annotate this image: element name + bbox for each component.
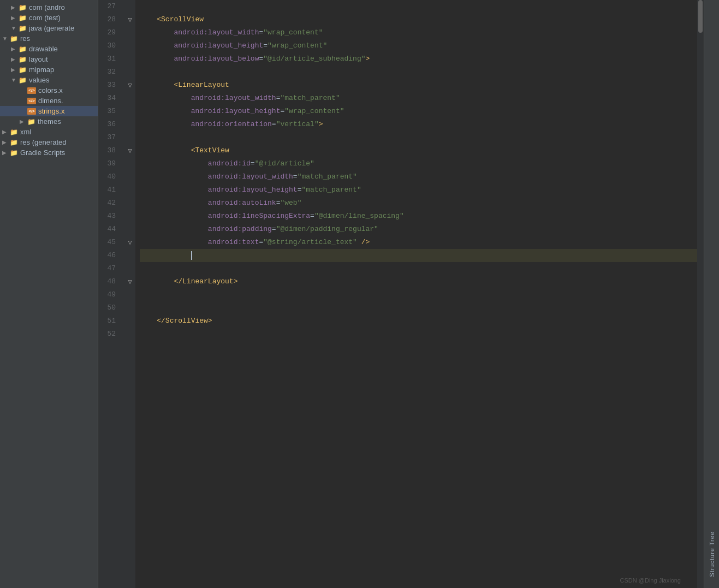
- scrollbar-track[interactable]: [697, 0, 704, 588]
- sidebar-item-label: xml: [20, 128, 31, 136]
- fold-marker-30: [124, 39, 135, 52]
- xml-punc: =: [276, 92, 281, 105]
- fold-marker-29: [124, 26, 135, 39]
- xml-val: "web": [280, 197, 301, 210]
- code-line-41: android:layout_height="match_parent": [140, 183, 704, 197]
- fold-marker-49: [124, 288, 135, 301]
- sidebar-item-strings[interactable]: </>strings.x: [0, 106, 98, 116]
- cursor-line-indent: [140, 249, 191, 262]
- xml-attr: android:autoLink: [208, 197, 276, 210]
- fold-marker-43: [124, 210, 135, 223]
- line-number-30: 30: [98, 39, 120, 52]
- line-number-34: 34: [98, 92, 120, 105]
- sidebar-item-layout[interactable]: ▶📁layout: [0, 54, 98, 64]
- sidebar-item-drawable[interactable]: ▶📁drawable: [0, 44, 98, 54]
- xml-bracket: <: [174, 79, 178, 92]
- sidebar-item-label: com (andro: [29, 3, 65, 11]
- fold-marker-48[interactable]: ▽: [124, 275, 135, 288]
- code-line-46: [140, 249, 704, 262]
- code-line-31: android:layout_below="@id/article_subhea…: [140, 52, 704, 66]
- sidebar-item-label: java (generate: [29, 24, 74, 32]
- sidebar-item-label: colors.x: [38, 86, 63, 94]
- xml-attr: android:layout_width: [174, 26, 259, 39]
- tree-arrow: ▶: [11, 56, 19, 62]
- sidebar-item-res-gen[interactable]: ▶📁res (generated: [0, 137, 98, 147]
- code-line-47: [140, 262, 704, 275]
- xml-bracket: >: [208, 314, 212, 328]
- fold-marker-36: [124, 118, 135, 131]
- xml-val: "vertical": [276, 118, 319, 131]
- line-number-39: 39: [98, 157, 120, 170]
- line-number-33: 33: [98, 79, 120, 92]
- tree-arrow: ▶: [11, 4, 19, 10]
- sidebar-item-label: res: [20, 34, 30, 43]
- xml-attr: android:layout_width: [208, 170, 293, 183]
- sidebar-item-mipmap[interactable]: ▶📁mipmap: [0, 64, 98, 75]
- sidebar-item-label: Gradle Scripts: [20, 149, 65, 157]
- fold-marker-38[interactable]: ▽: [124, 144, 135, 157]
- sidebar-item-java-gen[interactable]: ▼📁java (generate: [0, 23, 98, 33]
- xml-punc: =: [263, 39, 268, 52]
- line-number-44: 44: [98, 223, 120, 236]
- sidebar-item-colors[interactable]: </>colors.x: [0, 85, 98, 96]
- sidebar-item-com-test[interactable]: ▶📁com (test): [0, 13, 98, 23]
- xml-file-icon: </>: [27, 98, 36, 104]
- sidebar-item-label: dimens.: [38, 97, 63, 105]
- scrollbar-thumb[interactable]: [698, 0, 703, 33]
- code-line-32: [140, 66, 704, 79]
- code-line-33: <LinearLayout: [140, 79, 704, 92]
- code-line-49: [140, 288, 704, 301]
- code-line-27: [140, 0, 704, 13]
- folder-icon: 📁: [10, 128, 18, 136]
- xml-val: "@dimen/line_spacing": [314, 210, 404, 223]
- xml-element: ScrollView: [161, 13, 204, 26]
- code-line-38: <TextView: [140, 144, 704, 157]
- xml-attr: android:layout_below: [174, 52, 259, 66]
- line-number-27: 27: [98, 0, 120, 13]
- xml-attr: android:id: [208, 157, 251, 170]
- xml-attr: android:lineSpacingExtra: [208, 210, 310, 223]
- tree-arrow: ▼: [2, 35, 10, 41]
- xml-punc: =: [293, 170, 298, 183]
- xml-punc: =: [272, 118, 276, 131]
- xml-val: "match_parent": [298, 170, 357, 183]
- fold-marker-40: [124, 170, 135, 183]
- project-sidebar: ▶📁com (andro▶📁com (test)▼📁java (generate…: [0, 0, 98, 588]
- xml-punc: =: [280, 105, 284, 118]
- xml-val: "@string/article_text": [263, 236, 357, 249]
- xml-val: "match_parent": [301, 183, 361, 197]
- xml-punc: =: [251, 157, 255, 170]
- line-number-46: 46: [98, 249, 120, 262]
- sidebar-item-themes[interactable]: ▶📁themes: [0, 116, 98, 127]
- line-number-38: 38: [98, 144, 120, 157]
- folder-icon: 📁: [19, 66, 27, 74]
- fold-marker-42: [124, 197, 135, 210]
- code-line-45: android:text="@string/article_text" />: [140, 236, 704, 249]
- xml-punc: =: [272, 223, 276, 236]
- folder-icon: 📁: [19, 45, 27, 53]
- sidebar-item-dimens[interactable]: </>dimens.: [0, 96, 98, 106]
- fold-marker-45[interactable]: ▽: [124, 236, 135, 249]
- sidebar-item-values[interactable]: ▼📁values: [0, 75, 98, 85]
- sidebar-item-res[interactable]: ▼📁res: [0, 33, 98, 44]
- fold-marker-28[interactable]: ▽: [124, 13, 135, 26]
- fold-marker-31: [124, 52, 135, 66]
- xml-bracket: >: [366, 52, 370, 66]
- folder-icon: 📁: [19, 56, 27, 63]
- sidebar-item-gradle[interactable]: ▶📁Gradle Scripts: [0, 147, 98, 158]
- code-editor[interactable]: <ScrollView android:layout_width="wrap_c…: [135, 0, 704, 588]
- fold-marker-47: [124, 262, 135, 275]
- text-cursor: [191, 251, 192, 260]
- line-number-31: 31: [98, 52, 120, 66]
- xml-bracket: <: [191, 144, 195, 157]
- sidebar-item-com-android[interactable]: ▶📁com (andro: [0, 2, 98, 13]
- fold-marker-33[interactable]: ▽: [124, 79, 135, 92]
- line-number-32: 32: [98, 66, 120, 79]
- fold-marker-39: [124, 157, 135, 170]
- tree-arrow: ▶: [20, 118, 27, 124]
- fold-marker-37: [124, 131, 135, 144]
- xml-file-icon: </>: [27, 108, 36, 115]
- code-line-37: [140, 131, 704, 144]
- sidebar-item-xml[interactable]: ▶📁xml: [0, 127, 98, 137]
- editor-panel: 2728293031323334353637383940414243444546…: [98, 0, 704, 588]
